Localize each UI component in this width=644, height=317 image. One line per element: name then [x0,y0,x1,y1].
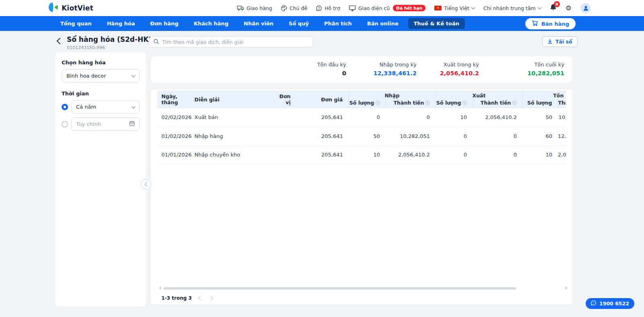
col-date: Ngày, tháng [157,91,190,108]
tab-nhan-vien[interactable]: Nhân viên [238,18,279,29]
tab-tong-quan[interactable]: Tổng quan [55,18,97,29]
search-input[interactable] [162,39,309,45]
top-menu: Giao hàng Chủ đề Hỗ trợ [237,3,591,13]
truck-icon [237,5,244,11]
top-bar: KiotViet Giao hàng C [0,0,644,16]
scrollbar-left-arrow[interactable] [159,286,161,290]
cell-in-amount: 2,056,410.2 [386,145,436,164]
col-description: Diễn giải [190,91,269,108]
back-chevron-icon[interactable] [57,38,64,45]
stat-value: 2,056,410.2 [440,70,479,76]
app-root: KiotViet Giao hàng C [0,0,644,317]
scrollbar-right-arrow[interactable] [566,286,568,290]
language-label: Tiếng Việt [444,5,469,11]
monitor-icon [349,5,356,11]
menu-item-label: Giao diện cũ [358,5,390,11]
main-nav: Tổng quan Hàng hóa Đơn hàng Khách hàng N… [0,16,644,31]
menu-item-label: Chủ đề [289,5,307,11]
cell-date: 01/02/2026 [157,127,190,145]
chat-icon [591,301,597,307]
stat-closing-stock: Tồn cuối kỳ 10,282,051 [527,62,564,76]
cell-price: 205,641 [296,127,349,145]
download-button-label: Tải sổ [555,39,572,45]
table-group-header-row: Ngày, tháng Diễn giải Đơn vị Đơn giá Nhậ… [157,91,566,99]
cell-out-amount: 0 [473,127,522,145]
table-row[interactable]: 02/02/2026 Xuất bán 205,641 0 0 10 2,056… [157,108,566,127]
radio-full-year[interactable] [62,104,68,110]
branch-selector[interactable]: Chi nhánh trung tâm [483,5,541,11]
info-icon[interactable]: ⓘ [376,101,380,106]
stat-opening-stock: Tồn đầu kỳ 0 [317,62,346,76]
ledger-table: Ngày, tháng Diễn giải Đơn vị Đơn giá Nhậ… [157,91,566,164]
menu-item-delivery[interactable]: Giao hàng [237,5,272,11]
cell-date: 01/01/2026 [157,145,190,164]
ledger-table-clip: Ngày, tháng Diễn giải Đơn vị Đơn giá Nhậ… [157,91,566,164]
cell-stock-amount: 10,282,051 [558,108,566,127]
cart-icon [532,20,538,27]
chevron-down-icon [537,6,541,10]
cell-in-amount: 0 [386,108,436,127]
brand-logo[interactable]: KiotViet [48,2,93,14]
custom-range-placeholder: Tùy chỉnh [76,121,101,127]
notifications-button[interactable]: 8 [550,4,557,12]
kiotviet-logo-icon [48,2,59,14]
info-icon[interactable]: ⓘ [462,101,467,106]
horizontal-scrollbar-thumb[interactable] [163,287,516,290]
col-unit: Đơn vị [269,91,296,108]
cell-in-qty: 50 [349,127,386,145]
user-avatar[interactable] [580,3,591,13]
cell-out-qty: 0 [436,127,473,145]
time-option-custom: Tùy chỉnh [62,117,140,131]
cell-description: Nhập hàng [190,127,269,145]
product-select-value: Bình hoa decor [66,73,106,79]
cell-stock-qty: 10 [522,145,558,164]
chevron-down-icon [471,6,475,10]
cell-unit [269,127,296,145]
menu-item-theme[interactable]: Chủ đề [281,5,307,11]
info-icon[interactable]: ⓘ [425,101,430,106]
settings-gear-icon[interactable]: ⚙ [566,5,572,12]
summary-card: Tồn đầu kỳ 0 Nhập trong kỳ 12,338,461.2 … [151,56,572,83]
help-icon [316,5,322,11]
time-option-full-year: Cả năm [62,100,140,113]
language-selector[interactable]: ★ Tiếng Việt [434,5,475,11]
tab-so-quy[interactable]: Sổ quỹ [283,18,314,29]
product-select[interactable]: Bình hoa decor [62,69,140,82]
download-ledger-button[interactable]: Tải sổ [542,36,578,47]
hotline-button[interactable]: 1900 6522 [586,298,634,309]
brand-name: KiotViet [62,4,93,12]
menu-item-old-ui[interactable]: Giao diện cũ Đã hết hạn [349,5,425,11]
custom-range-picker[interactable]: Tùy chỉnh [71,117,140,131]
menu-item-label: Giao hàng [246,5,272,11]
radio-custom-range[interactable] [62,121,68,128]
full-year-value: Cả năm [76,104,96,110]
stat-value: 12,338,461.2 [374,70,417,76]
search-icon [153,38,159,46]
col-price: Đơn giá [296,91,349,108]
search-box [149,36,313,47]
col-out-amount: Thành tiềnⓘ [473,99,522,108]
tab-thue-ke-toan[interactable]: Thuế & Kế toán [408,18,465,29]
tab-ban-online[interactable]: Bán online [361,18,404,29]
tab-khach-hang[interactable]: Khách hàng [188,18,234,29]
pagination-prev-icon[interactable] [198,296,203,300]
col-stock-amount: Thành tiền [558,99,566,108]
menu-item-support[interactable]: Hỗ trợ [316,5,340,11]
cell-in-qty: 0 [349,108,386,127]
cell-date: 02/02/2026 [157,108,190,127]
tab-hang-hoa[interactable]: Hàng hóa [101,18,140,29]
full-year-select[interactable]: Cả năm [71,100,140,113]
info-icon[interactable]: ⓘ [512,101,517,106]
pagination-next-icon[interactable] [209,296,213,300]
sell-button[interactable]: Bán hàng [525,18,576,29]
cell-out-qty: 0 [436,145,473,164]
table-row[interactable]: 01/02/2026 Nhập hàng 205,641 50 10,282,0… [157,127,566,145]
table-row[interactable]: 01/01/2026 Nhập chuyển kho 205,641 10 2,… [157,145,566,164]
col-in-amount: Thành tiềnⓘ [386,99,436,108]
sidebar-collapse-button[interactable] [141,179,151,189]
chevron-down-icon [132,104,136,108]
chevron-down-icon [132,73,136,77]
tab-phan-tich[interactable]: Phân tích [318,18,357,29]
group-out: Xuất [436,91,522,99]
tab-don-hang[interactable]: Đơn hàng [144,18,184,29]
